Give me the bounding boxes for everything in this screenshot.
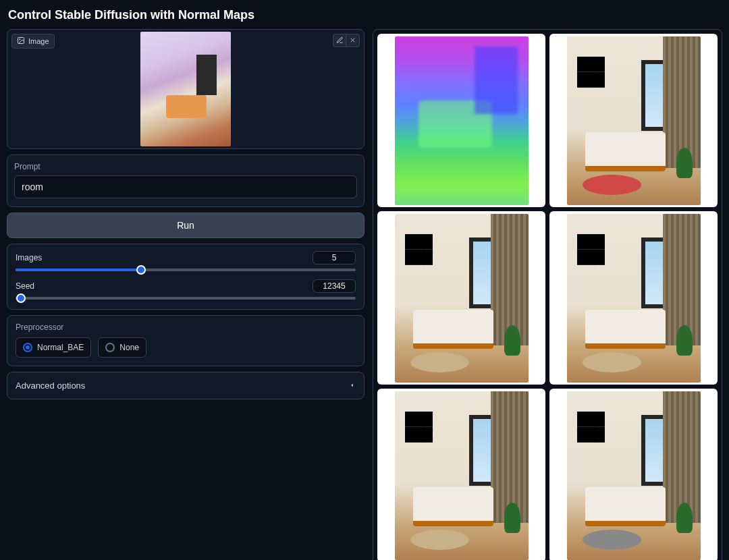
output-image-normal-map	[395, 36, 529, 205]
output-image-bedroom	[395, 214, 529, 383]
images-slider-row: Images 5	[16, 251, 356, 271]
images-slider-value[interactable]: 5	[313, 251, 356, 264]
seed-slider-value[interactable]: 12345	[313, 279, 356, 293]
gallery-item-1[interactable]	[549, 34, 718, 207]
prompt-panel: Prompt	[7, 155, 364, 207]
seed-slider-thumb[interactable]	[16, 293, 26, 303]
edit-image-button[interactable]	[333, 34, 346, 47]
advanced-options-label: Advanced options	[16, 381, 85, 391]
close-icon	[349, 36, 356, 46]
gallery-item-0[interactable]	[377, 34, 545, 207]
image-icon	[17, 36, 25, 46]
radio-icon	[105, 343, 115, 352]
prompt-label: Prompt	[14, 162, 357, 171]
output-image-bedroom	[567, 36, 701, 205]
preprocessor-option-none[interactable]: None	[98, 337, 146, 358]
clear-image-button[interactable]	[346, 34, 360, 47]
seed-slider[interactable]	[16, 297, 356, 300]
gallery-item-5[interactable]	[549, 389, 718, 560]
output-gallery	[373, 29, 722, 560]
svg-point-1	[20, 39, 21, 40]
pencil-icon	[336, 36, 344, 46]
controls-column: Image Prompt Run	[7, 29, 364, 560]
output-image-bedroom	[567, 214, 701, 383]
seed-slider-label: Seed	[16, 281, 34, 291]
radio-icon	[23, 343, 32, 352]
images-slider[interactable]	[16, 269, 356, 271]
seed-slider-row: Seed 12345	[16, 279, 356, 300]
uploaded-image-preview[interactable]	[140, 32, 231, 146]
gallery-item-4[interactable]	[377, 389, 545, 560]
images-slider-label: Images	[16, 253, 42, 262]
image-source-label: Image	[28, 37, 49, 45]
output-image-bedroom	[395, 391, 529, 560]
image-source-tag: Image	[11, 34, 55, 49]
page-title: Control Stable Diffusion with Normal Map…	[8, 8, 722, 22]
radio-label: Normal_BAE	[37, 343, 84, 352]
gallery-item-3[interactable]	[549, 211, 718, 385]
output-image-bedroom	[567, 391, 701, 560]
gallery-item-2[interactable]	[377, 211, 545, 385]
chevron-left-icon	[349, 381, 356, 391]
sliders-panel: Images 5 Seed 12345	[7, 244, 364, 310]
prompt-input[interactable]	[14, 175, 357, 198]
preprocessor-label: Preprocessor	[16, 323, 356, 332]
preprocessor-panel: Preprocessor Normal_BAE None	[7, 315, 364, 366]
image-upload-panel[interactable]: Image	[7, 29, 364, 149]
preprocessor-option-normal-bae[interactable]: Normal_BAE	[16, 337, 91, 358]
radio-label: None	[119, 343, 139, 352]
advanced-options-toggle[interactable]: Advanced options	[7, 372, 364, 399]
images-slider-thumb[interactable]	[136, 265, 146, 275]
run-button[interactable]: Run	[7, 213, 364, 238]
